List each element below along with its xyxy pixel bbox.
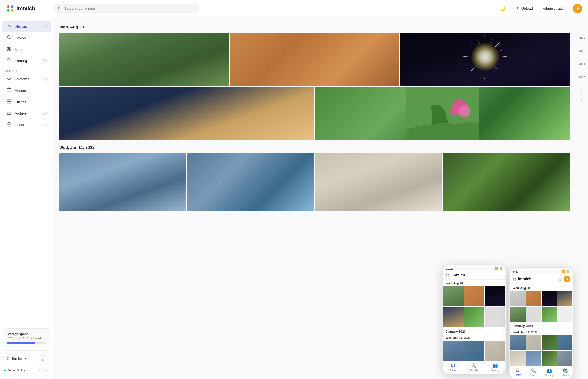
year-2023[interactable]: 2023	[579, 49, 585, 53]
filter-icon[interactable]	[191, 6, 195, 11]
sharing-info-icon[interactable]: ⓘ	[44, 59, 47, 63]
upload-label: Upload	[521, 6, 533, 10]
svg-point-25	[7, 357, 8, 358]
timeline-scrubber: 2024 2023 2021 2020	[576, 17, 588, 379]
search-input[interactable]	[64, 6, 189, 10]
date-label-jan2023: Wed, Jan 11, 2023	[59, 145, 570, 150]
storage-title: Storage space	[7, 332, 47, 336]
utilities-icon	[6, 99, 12, 105]
svg-point-11	[8, 25, 9, 26]
photo-castle[interactable]	[59, 153, 186, 211]
buy-immich-label: Buy Immich	[12, 357, 29, 360]
svg-rect-19	[7, 99, 9, 101]
map-label: Map	[15, 47, 47, 51]
photo-monkey[interactable]	[59, 32, 229, 86]
photo-hands[interactable]	[59, 87, 314, 141]
header: immich 🌙 Upload Administration S	[0, 0, 588, 17]
trash-info-icon[interactable]: ⓘ	[44, 123, 47, 127]
photos-label: Photos	[15, 25, 41, 29]
search-bar[interactable]	[53, 4, 199, 13]
storage-card: Storage space 82.4 TiB of 115.1 TiB used	[3, 329, 50, 347]
archive-icon	[6, 110, 12, 116]
trash-icon	[6, 122, 12, 128]
sidebar-item-utilities[interactable]: Utilities	[2, 96, 51, 107]
albums-icon	[6, 87, 12, 94]
photo-coast[interactable]	[187, 153, 314, 211]
photos-info-icon[interactable]: ⓘ	[44, 25, 47, 29]
immich-logo-icon	[6, 4, 15, 13]
favorites-info-icon[interactable]: ⓘ	[44, 77, 47, 81]
svg-line-35	[495, 42, 500, 47]
svg-line-5	[61, 9, 61, 9]
svg-line-37	[495, 66, 500, 71]
admin-button[interactable]: Administration	[540, 5, 568, 12]
photo-grapes[interactable]	[443, 153, 570, 211]
sidebar-item-photos[interactable]: Photos ⓘ	[2, 21, 51, 32]
photo-fireworks[interactable]	[400, 32, 570, 86]
storage-bar-fill	[7, 342, 35, 344]
buy-info-icon[interactable]: ⓘ	[38, 355, 47, 364]
moon-icon: 🌙	[500, 6, 506, 11]
timeline-dots	[581, 91, 582, 101]
explore-icon	[6, 35, 12, 41]
svg-rect-23	[7, 111, 11, 112]
year-2024[interactable]: 2024	[579, 36, 585, 40]
svg-line-31	[485, 71, 485, 79]
avatar-letter: S	[576, 6, 579, 11]
svg-rect-22	[9, 102, 11, 104]
svg-line-36	[471, 66, 476, 71]
svg-line-33	[500, 56, 507, 57]
buy-immich-button[interactable]: Buy Immich ⓘ	[3, 350, 50, 366]
utilities-label: Utilities	[15, 100, 47, 104]
map-icon	[6, 47, 12, 52]
photo-dinner[interactable]	[230, 32, 399, 86]
albums-label: Albums	[15, 88, 47, 93]
storage-desc: 82.4 TiB of 115.1 TiB used	[7, 337, 47, 340]
upload-button[interactable]: Upload	[513, 5, 535, 12]
year-2021[interactable]: 2021	[579, 63, 585, 66]
date-label-aug28: Wed, Aug 28	[59, 25, 570, 30]
photo-garden[interactable]	[315, 87, 570, 141]
sidebar-item-favorites[interactable]: Favorites ⓘ	[2, 74, 51, 85]
svg-point-0	[7, 5, 10, 8]
favorites-icon	[6, 76, 12, 82]
svg-point-45	[450, 106, 460, 116]
photo-bust[interactable]	[315, 153, 442, 211]
svg-point-3	[11, 9, 13, 12]
sidebar-item-explore[interactable]: Explore	[2, 32, 51, 44]
svg-point-2	[7, 9, 10, 12]
archive-label: Archive	[15, 111, 41, 115]
archive-info-icon[interactable]: ⓘ	[44, 111, 47, 116]
svg-point-27	[7, 359, 8, 360]
sidebar: Photos ⓘ Explore Map Sharing ⓘ LIBRARY	[0, 17, 53, 379]
sidebar-item-archive[interactable]: Archive ⓘ	[2, 108, 51, 119]
admin-label: Administration	[542, 6, 566, 10]
content-area: Wed, Aug 28	[53, 17, 588, 379]
explore-label: Explore	[15, 36, 47, 40]
svg-rect-20	[9, 99, 11, 101]
sidebar-bottom: Storage space 82.4 TiB of 115.1 TiB used…	[0, 326, 53, 375]
year-2020[interactable]: 2020	[579, 76, 585, 79]
logo-text: immich	[16, 5, 35, 12]
version-text: v1.112.1	[39, 369, 49, 372]
trash-label: Trash	[15, 123, 41, 127]
photo-grid-container[interactable]: Wed, Aug 28	[53, 17, 576, 379]
avatar[interactable]: S	[573, 4, 582, 13]
server-status-text: Server Online	[7, 369, 25, 372]
svg-rect-18	[7, 88, 11, 92]
svg-point-26	[8, 357, 9, 358]
server-status: Server Online v1.112.1	[3, 369, 50, 372]
svg-line-13	[10, 38, 11, 39]
sidebar-item-map[interactable]: Map	[2, 44, 51, 55]
photos-icon	[6, 24, 12, 30]
svg-point-17	[8, 59, 9, 60]
sidebar-item-trash[interactable]: Trash ⓘ	[2, 119, 51, 130]
svg-rect-21	[7, 102, 9, 104]
svg-line-34	[471, 42, 476, 47]
svg-point-44	[459, 105, 471, 117]
dark-mode-button[interactable]: 🌙	[497, 4, 508, 13]
sidebar-item-albums[interactable]: Albums	[2, 85, 51, 96]
sidebar-item-sharing[interactable]: Sharing ⓘ	[2, 55, 51, 66]
logo-area: immich	[6, 4, 49, 13]
favorites-label: Favorites	[15, 77, 41, 81]
